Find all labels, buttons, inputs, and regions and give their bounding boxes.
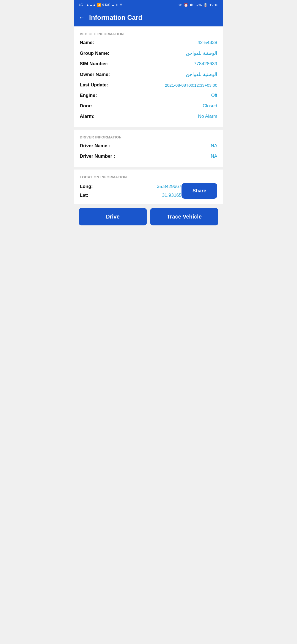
vehicle-section-title: VEHICLE INFORMATION xyxy=(80,32,217,36)
divider-2 xyxy=(74,167,223,170)
driver-section: DRIVER INFORMATION Driver Name : NA Driv… xyxy=(74,130,223,167)
drive-button[interactable]: Drive xyxy=(79,208,147,225)
share-button[interactable]: Share xyxy=(182,183,217,199)
location-coords: Long: 35.8429667 Lat: 31.93165 xyxy=(80,184,182,198)
bottom-buttons: Drive Trace Vehicle xyxy=(74,204,223,231)
long-value: 35.8429667 xyxy=(157,184,182,189)
sim-row: SIM Number: 778428639 xyxy=(80,61,217,67)
lat-row: Lat: 31.93165 xyxy=(80,193,182,198)
wifi-icon: 📶 xyxy=(97,3,101,7)
lastupdate-label: Last Update: xyxy=(80,82,108,88)
lat-label: Lat: xyxy=(80,193,88,198)
driver-number-value: NA xyxy=(211,154,217,159)
engine-label: Engine: xyxy=(80,93,97,98)
back-button[interactable]: ← xyxy=(79,14,85,21)
door-label: Door: xyxy=(80,103,92,109)
group-label: Group Name: xyxy=(80,51,109,56)
driver-number-row: Driver Number : NA xyxy=(80,154,217,159)
status-right: 👁 ⏰ ✱ 57% 🪫 12:18 xyxy=(178,3,218,7)
network-speed: 9 K/S xyxy=(102,3,110,7)
status-bar: 4G+ ▲▲▲ 📶 9 K/S ▲ ⊙ M 👁 ⏰ ✱ 57% 🪫 12:18 xyxy=(74,0,223,10)
signal-bars: ▲▲▲ xyxy=(86,3,96,7)
lastupdate-value: 2021-08-08T00:12:33+03:00 xyxy=(165,83,217,88)
time-display: 12:18 xyxy=(209,3,218,7)
name-label: Name: xyxy=(80,40,94,45)
alarm-label: Alarm: xyxy=(80,114,95,119)
name-value: 42-54338 xyxy=(197,40,217,45)
owner-value: الوطنية للدواجن xyxy=(186,72,217,77)
driver-section-title: DRIVER INFORMATION xyxy=(80,135,217,139)
location-section-title: LOCATION INFORMATION xyxy=(80,175,217,179)
main-content: VEHICLE INFORMATION Name: 42-54338 Group… xyxy=(74,26,223,204)
vehicle-section: VEHICLE INFORMATION Name: 42-54338 Group… xyxy=(74,26,223,127)
owner-row: Owner Name: الوطنية للدواجن xyxy=(80,72,217,77)
long-label: Long: xyxy=(80,184,93,189)
eye-icon: 👁 xyxy=(178,3,182,7)
trace-vehicle-button[interactable]: Trace Vehicle xyxy=(150,208,218,225)
navigation-icon: ▲ xyxy=(111,3,115,7)
divider-1 xyxy=(74,127,223,130)
app-header: ← Information Card xyxy=(74,10,223,26)
battery-percent: 57% xyxy=(194,3,202,7)
owner-label: Owner Name: xyxy=(80,72,110,77)
empty-space xyxy=(74,231,223,258)
name-row: Name: 42-54338 xyxy=(80,40,217,45)
bluetooth-icon: ✱ xyxy=(190,3,193,7)
sim-value: 778428639 xyxy=(194,61,217,67)
whatsapp-icon: ⊙ xyxy=(116,3,119,7)
engine-row: Engine: Off xyxy=(80,93,217,98)
status-left: 4G+ ▲▲▲ 📶 9 K/S ▲ ⊙ M xyxy=(79,3,122,7)
location-section: LOCATION INFORMATION Long: 35.8429667 La… xyxy=(74,170,223,204)
battery-icon: 🪫 xyxy=(203,3,208,7)
engine-value: Off xyxy=(211,93,217,98)
driver-name-value: NA xyxy=(211,143,217,149)
door-row: Door: Closed xyxy=(80,103,217,109)
driver-number-label: Driver Number : xyxy=(80,154,115,159)
page-title: Information Card xyxy=(89,14,142,21)
lastupdate-row: Last Update: 2021-08-08T00:12:33+03:00 xyxy=(80,82,217,88)
location-row: Long: 35.8429667 Lat: 31.93165 Share xyxy=(80,183,217,199)
gmail-icon: M xyxy=(120,3,122,7)
signal-icon: 4G+ xyxy=(79,3,85,7)
sim-label: SIM Number: xyxy=(80,61,109,67)
long-row: Long: 35.8429667 xyxy=(80,184,182,189)
alarm-value: No Alarm xyxy=(198,114,217,119)
group-row: Group Name: الوطنية للدواجن xyxy=(80,50,217,56)
driver-name-label: Driver Name : xyxy=(80,143,110,149)
group-value: الوطنية للدواجن xyxy=(186,50,217,56)
door-value: Closed xyxy=(203,103,217,109)
alarm-row: Alarm: No Alarm xyxy=(80,114,217,119)
lat-value: 31.93165 xyxy=(162,193,182,198)
driver-name-row: Driver Name : NA xyxy=(80,143,217,149)
alarm-icon: ⏰ xyxy=(184,3,188,7)
